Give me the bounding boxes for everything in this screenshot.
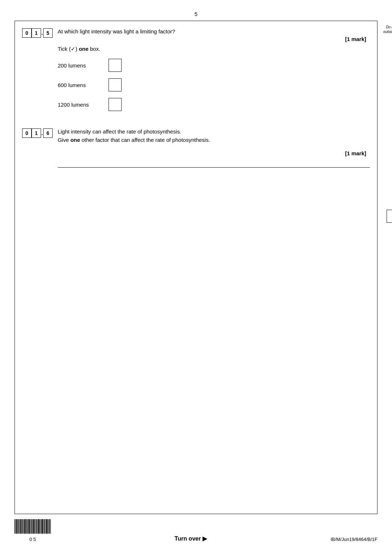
svg-rect-29 <box>44 519 45 534</box>
svg-rect-15 <box>30 519 30 534</box>
option-200-tickbox[interactable] <box>109 59 122 72</box>
svg-rect-26 <box>41 519 42 534</box>
option-200-label: 200 lumens <box>58 62 98 69</box>
svg-rect-25 <box>40 519 41 534</box>
do-not-write-notice: Do not write outside the box <box>380 25 392 34</box>
question-016-instruction: Give one other factor that can affect th… <box>58 137 370 143</box>
q015-dot: . <box>41 30 43 36</box>
svg-rect-28 <box>44 519 44 534</box>
svg-rect-10 <box>24 519 25 534</box>
question-015-row: 0 1 . 5 At which light intensity was lig… <box>22 28 370 118</box>
option-600-tickbox[interactable] <box>109 78 122 91</box>
svg-rect-0 <box>15 519 15 534</box>
question-016-content: Light intensity can affect the rate of p… <box>58 128 370 168</box>
option-1200-tickbox[interactable] <box>109 98 122 111</box>
svg-rect-19 <box>34 519 35 534</box>
barcode: 0 5 <box>15 519 51 542</box>
main-content-box: Do not write outside the box 0 1 . 5 At … <box>15 21 377 514</box>
svg-rect-4 <box>19 519 19 534</box>
q016-dot: . <box>41 130 43 136</box>
question-015-content: At which light intensity was light a lim… <box>58 28 370 118</box>
turn-over-text: Turn over ▶ <box>175 535 207 542</box>
svg-rect-13 <box>28 519 28 534</box>
score-box <box>387 210 392 223</box>
catalog-number: IB/M/Jun19/8464/B/1F <box>331 537 377 542</box>
q016-cell-6: 6 <box>43 128 53 138</box>
option-600-label: 600 lumens <box>58 82 98 88</box>
question-015-text: At which light intensity was light a lim… <box>58 28 370 34</box>
score-box-container: 8 <box>387 210 392 230</box>
question-015-marks: [1 mark] <box>58 36 370 42</box>
q16-bold-one: one <box>70 137 80 143</box>
svg-rect-12 <box>27 519 27 534</box>
question-016-label: 0 1 . 6 <box>22 128 53 138</box>
tick-bold-one: one <box>79 46 89 52</box>
question-016-text: Light intensity can affect the rate of p… <box>58 128 370 135</box>
page-number: 5 <box>0 0 392 17</box>
svg-rect-35 <box>50 519 51 534</box>
svg-rect-6 <box>20 519 21 534</box>
question-016-marks: [1 mark] <box>58 150 370 156</box>
footer: 0 5 Turn over ▶ IB/M/Jun19/8464/B/1F <box>0 514 392 542</box>
tick-instruction: Tick (✓) one box. <box>58 46 370 52</box>
option-600-row: 600 lumens <box>58 78 370 91</box>
option-200-row: 200 lumens <box>58 59 370 72</box>
question-015-label: 0 1 . 5 <box>22 28 53 38</box>
svg-rect-5 <box>20 519 20 534</box>
svg-rect-2 <box>16 519 17 534</box>
svg-rect-1 <box>16 519 16 534</box>
answer-line-016[interactable] <box>58 167 370 168</box>
svg-rect-31 <box>46 519 47 534</box>
svg-rect-7 <box>22 519 22 534</box>
svg-rect-30 <box>45 519 46 534</box>
barcode-svg <box>15 519 51 535</box>
svg-rect-33 <box>49 519 49 534</box>
svg-rect-16 <box>31 519 32 534</box>
svg-rect-8 <box>23 519 23 534</box>
q016-cell-0: 0 <box>22 128 32 138</box>
svg-rect-11 <box>26 519 26 534</box>
option-1200-row: 1200 lumens <box>58 98 370 111</box>
svg-rect-14 <box>29 519 30 534</box>
svg-rect-24 <box>39 519 40 534</box>
svg-rect-21 <box>36 519 37 534</box>
q016-cell-1: 1 <box>32 128 41 138</box>
svg-rect-27 <box>42 519 43 534</box>
svg-rect-22 <box>37 519 37 534</box>
barcode-label: 0 5 <box>29 537 36 542</box>
svg-rect-17 <box>32 519 32 534</box>
svg-rect-34 <box>49 519 50 534</box>
option-1200-label: 1200 lumens <box>58 102 98 108</box>
svg-rect-23 <box>38 519 39 534</box>
question-016-row: 0 1 . 6 Light intensity can affect the r… <box>22 128 370 168</box>
q015-cell-5: 5 <box>43 28 53 38</box>
svg-rect-18 <box>33 519 34 534</box>
svg-rect-3 <box>18 519 18 534</box>
svg-rect-9 <box>24 519 24 534</box>
svg-rect-32 <box>48 519 48 534</box>
q015-cell-0: 0 <box>22 28 32 38</box>
svg-rect-20 <box>35 519 36 534</box>
q015-cell-1: 1 <box>32 28 41 38</box>
